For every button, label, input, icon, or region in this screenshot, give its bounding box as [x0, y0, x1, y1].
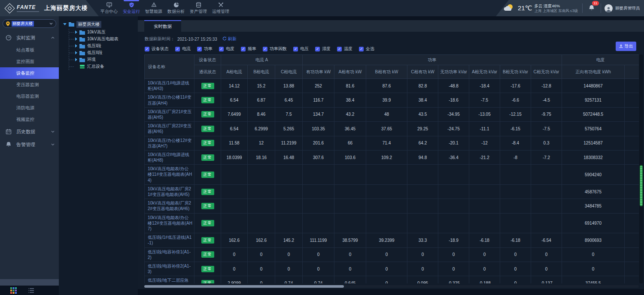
tree-collapse-icon[interactable]	[63, 23, 67, 25]
sidebar-item-消防电源[interactable]: 消防电源	[0, 102, 59, 114]
filter-checkbox-湿度[interactable]: ✓湿度	[315, 46, 331, 52]
horizontal-scrollbar-thumb[interactable]	[144, 285, 344, 288]
tree-expand-icon[interactable]	[75, 58, 77, 61]
device-name-link[interactable]: 10kV高压电能表/厂房21#变压器电能表(AH5)	[145, 184, 194, 199]
checkbox-checked-icon[interactable]: ✓	[145, 47, 149, 51]
nav-item-tools[interactable]: 运维管理	[211, 0, 230, 16]
checkbox-checked-icon[interactable]: ✓	[315, 47, 320, 51]
sidebar-item-设备监控[interactable]: 设备监控	[0, 67, 59, 79]
value-cell	[531, 165, 562, 185]
tree-expand-icon[interactable]	[75, 37, 77, 41]
nav-item-energy[interactable]: 智慧能源	[144, 0, 163, 16]
nav-item-shield[interactable]: 安全运行	[122, 0, 141, 16]
device-name-link[interactable]: 低压I段/1#低压进线(A1-1)	[145, 233, 194, 247]
filter-checkbox-频率[interactable]: ✓频率	[241, 46, 256, 52]
filter-checkbox-功率[interactable]: ✓功率	[197, 46, 213, 52]
comm-status-cell: 正常	[194, 233, 221, 247]
checkbox-checked-icon[interactable]: ✓	[293, 47, 298, 51]
filter-checkbox-全选[interactable]: ✓全选	[359, 46, 374, 52]
tree-expand-icon[interactable]	[75, 44, 77, 48]
tab-realtime-data[interactable]: 实时数据	[144, 20, 181, 32]
value-cell: 9257131	[562, 93, 625, 107]
pie-icon	[173, 2, 179, 8]
device-name-link[interactable]: 10kV高压电能表/厂房22#变压器电能表(AH6)	[145, 199, 194, 213]
value-cell: 16.48	[275, 150, 303, 164]
device-name-link[interactable]: 10kV高压/办公楼12#变压器(AH7)	[145, 136, 194, 150]
sidebar-item-电容器监测[interactable]: 电容器监测	[0, 90, 59, 102]
device-name-link[interactable]: 低压I段/地下二层应急照明(A1-4-1)	[145, 276, 194, 283]
filter-checkbox-电压[interactable]: ✓电压	[293, 46, 309, 52]
refresh-button[interactable]: 刷新	[222, 36, 237, 42]
device-name-link[interactable]: 10kV高压/2#电源进线柜(AH8)	[145, 150, 194, 164]
tree-node-低压II段[interactable]: 低压II段	[69, 49, 138, 56]
value-cell: 0	[275, 262, 303, 276]
checkbox-checked-icon[interactable]: ✓	[337, 47, 342, 51]
checkbox-checked-icon[interactable]: ✓	[359, 47, 364, 51]
nav-item-platform[interactable]: 平台中心	[100, 0, 118, 16]
horizontal-scrollbar[interactable]	[144, 285, 639, 288]
tree-root-node[interactable]: 丽婴房大楼	[63, 21, 138, 28]
value-cell: -6.18	[469, 233, 500, 247]
checkbox-checked-icon[interactable]: ✓	[219, 47, 224, 51]
tree-node-环境[interactable]: 环境	[69, 56, 138, 63]
sidebar-item-监控画面[interactable]: 监控画面	[0, 56, 59, 67]
list-view-icon[interactable]	[28, 287, 34, 294]
tree-node-10kV高压电能表[interactable]: 10kV高压电能表	[69, 36, 138, 42]
value-cell: -6.18	[500, 233, 531, 247]
filter-checkbox-电度[interactable]: ✓电度	[219, 46, 234, 52]
group-header-电流 A: 电流 A	[221, 55, 303, 65]
tab-bar: 实时数据	[138, 20, 644, 32]
nav-item-pie[interactable]: 数据分析	[167, 0, 185, 16]
device-name-link[interactable]: 10kV高压/办公楼11#变压器(AH4)	[145, 93, 194, 107]
folder-icon	[79, 30, 85, 35]
device-name-link[interactable]: 低压I段/电容补偿1(A1-2)	[145, 247, 194, 262]
tree-node-汇总设备[interactable]: 汇总设备	[69, 63, 138, 70]
sidebar-item-站点看板[interactable]: 站点看板	[0, 44, 59, 56]
value-cell: -13.05	[469, 107, 500, 121]
apps-grid-icon[interactable]	[10, 287, 17, 294]
sidebar-item-视频监控[interactable]: 视频监控	[0, 114, 59, 125]
filter-checkbox-功率因数[interactable]: ✓功率因数	[263, 46, 287, 52]
sidebar-group-bell[interactable]: 告警管理	[0, 138, 59, 151]
device-name-link[interactable]: 10kV高压/1#电源进线柜(AH3)	[145, 79, 194, 93]
table-row: 10kV高压/厂房21#变压器(AH5)正常7.64998.467.5134.7…	[145, 107, 639, 121]
value-cell: 5750764	[562, 122, 625, 136]
sidebar-group-gauge[interactable]: 实时监测	[0, 31, 59, 44]
notification-bell-button[interactable]: 11	[583, 0, 601, 16]
device-name-link[interactable]: 低压I段/电容补偿2(A1-3)	[145, 262, 194, 276]
checkbox-checked-icon[interactable]: ✓	[241, 47, 246, 51]
comm-status-cell: 正常	[194, 247, 221, 262]
tree-expand-icon[interactable]	[75, 30, 77, 34]
checkbox-checked-icon[interactable]: ✓	[175, 47, 180, 51]
device-name-link[interactable]: 10kV高压电能表/办公楼11#变压器电能表(AH4)	[145, 165, 194, 185]
value-cell: 8900693	[562, 233, 625, 247]
device-name-link[interactable]: 10kV高压/厂房21#变压器(AH5)	[145, 107, 194, 121]
device-name-link[interactable]: 10kV高压电能表/办公楼12#变压器电能表(AH7)	[145, 213, 194, 233]
value-cell: 0	[221, 247, 248, 262]
value-cell: 37455.5	[562, 276, 625, 283]
tree-node-低压I段[interactable]: 低压I段	[69, 42, 138, 49]
sidebar-group-calendar[interactable]: 历史数据	[0, 125, 59, 138]
realtime-data-table: 设备名称设备状态电流 A功率电度通讯状态A相电流B相电流C相电流有功功率 kWA…	[144, 54, 639, 283]
checkbox-checked-icon[interactable]: ✓	[197, 47, 202, 51]
sidebar-item-变压器监测[interactable]: 变压器监测	[0, 79, 59, 90]
export-button[interactable]: 导出	[616, 42, 636, 51]
value-cell	[275, 165, 303, 185]
value-cell	[407, 199, 438, 213]
user-menu[interactable]: 丽婴房管理员	[601, 4, 644, 12]
filter-checkbox-温度[interactable]: ✓温度	[337, 46, 352, 52]
vertical-scrollbar-thumb[interactable]	[640, 165, 643, 206]
nav-item-database[interactable]: 资产管理	[189, 0, 208, 16]
tree-node-10kV高压[interactable]: 10kV高压	[69, 29, 138, 36]
column-header: 正向有功电度 kWh	[562, 65, 625, 79]
filter-checkbox-设备状态[interactable]: ✓设备状态	[145, 46, 169, 52]
checkbox-checked-icon[interactable]: ✓	[263, 47, 267, 51]
station-selector[interactable]: 丽婴房大楼	[3, 19, 56, 28]
value-cell	[625, 136, 639, 150]
vertical-scrollbar[interactable]	[639, 54, 643, 283]
value-cell	[303, 184, 334, 199]
chevron-down-icon	[49, 22, 53, 25]
device-name-link[interactable]: 10kV高压/厂房22#变压器(AH6)	[145, 122, 194, 136]
tree-expand-icon[interactable]	[75, 51, 77, 54]
filter-checkbox-电流[interactable]: ✓电流	[175, 46, 191, 52]
